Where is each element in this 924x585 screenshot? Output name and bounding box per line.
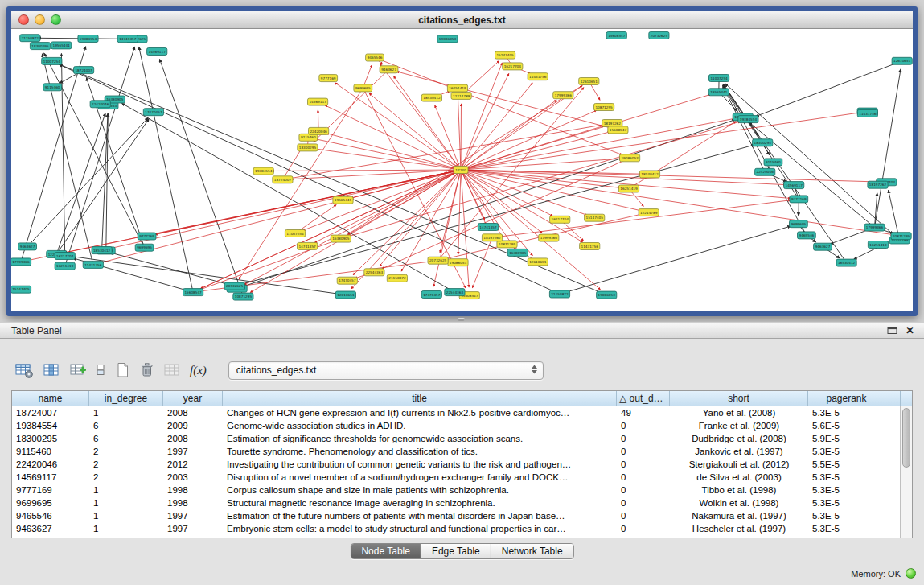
graph-edge[interactable] (875, 69, 901, 228)
graph-node[interactable]: 11431756 (857, 109, 877, 117)
graph-edge[interactable] (461, 113, 860, 170)
graph-node[interactable]: 11007254 (42, 57, 62, 64)
graph-node[interactable]: 17999366 (11, 258, 31, 266)
graph-edge[interactable] (295, 204, 336, 233)
graph-edge[interactable] (44, 53, 145, 248)
graph-node[interactable]: 11431756 (83, 261, 103, 268)
graph-node[interactable]: 10871295 (594, 104, 614, 111)
graph-node[interactable]: 15147405 (11, 286, 31, 293)
scrollbar-thumb[interactable] (902, 408, 910, 468)
column-header-in_degree[interactable]: in_degree (89, 391, 163, 406)
tab-edge-table[interactable]: Edge Table (421, 544, 491, 558)
graph-node[interactable]: 11007254 (285, 230, 305, 237)
table-row[interactable]: 1872400712008Changes of HCN gene express… (12, 406, 901, 419)
graph-node[interactable]: 21150872 (387, 274, 407, 282)
table-row[interactable]: 946362711997Embryonic stem cells: a mode… (12, 522, 901, 535)
graph-node[interactable]: 19565441 (333, 196, 353, 204)
select-columns-icon[interactable] (43, 360, 60, 380)
table-row[interactable]: 969969511998Structural magnetic resonanc… (12, 496, 901, 509)
graph-node[interactable]: 16251419 (868, 241, 888, 249)
table-row[interactable]: 911546021997Tourette syndrome. Phenomeno… (12, 445, 901, 458)
graph-node[interactable]: 12610651 (579, 78, 599, 85)
column-header-short[interactable]: short (670, 391, 808, 406)
graph-node[interactable]: 12214789 (451, 92, 471, 99)
close-window-icon[interactable] (18, 14, 29, 25)
graph-node[interactable]: 16217704 (55, 253, 75, 260)
graph-edge[interactable] (756, 61, 902, 117)
graph-node[interactable]: 15147405 (585, 214, 605, 221)
graph-node[interactable]: 9463627 (814, 243, 832, 250)
graph-node[interactable]: 11431756 (528, 73, 548, 80)
graph-edge[interactable] (560, 226, 791, 295)
graph-node[interactable]: 17999366 (539, 234, 559, 241)
graph-node[interactable]: 9115460 (764, 159, 782, 166)
graph-edge[interactable] (461, 94, 711, 170)
delete-table-disabled-icon[interactable] (163, 360, 181, 380)
graph-node[interactable]: 18300295 (30, 43, 50, 50)
function-builder-icon[interactable]: f(x) (190, 360, 207, 380)
graph-node[interactable]: 20732625 (649, 32, 669, 39)
zoom-window-icon[interactable] (51, 14, 61, 25)
graph-edge[interactable] (724, 84, 847, 262)
graph-node[interactable]: 11007254 (709, 75, 729, 82)
graph-node[interactable]: 18530412 (92, 247, 112, 254)
column-header-out_degree[interactable]: △ out_degree (617, 391, 670, 406)
graph-node[interactable]: 15608547 (606, 32, 626, 39)
graph-node[interactable]: 18724007 (273, 176, 293, 183)
table-row[interactable]: 1938455462009Genome-wide association stu… (12, 419, 901, 432)
graph-node[interactable]: 11431756 (580, 243, 600, 250)
graph-edge[interactable] (725, 84, 900, 241)
graph-node[interactable]: 22420046 (90, 101, 110, 108)
graph-node[interactable]: 10871295 (497, 241, 517, 248)
graph-node[interactable]: 16217704 (550, 216, 570, 223)
graph-node[interactable]: 10871295 (233, 293, 253, 300)
graph-edge[interactable] (461, 170, 641, 211)
table-row[interactable]: 1830029562008Estimation of significance … (12, 432, 901, 445)
graph-node[interactable]: 16380905 (507, 249, 528, 256)
graph-edge[interactable] (629, 122, 736, 189)
graph-node[interactable]: 14741357 (298, 242, 318, 249)
table-options-icon[interactable] (14, 360, 34, 380)
graph-node[interactable]: 15147405 (495, 51, 515, 59)
tab-node-table[interactable]: Node Table (351, 544, 421, 558)
graph-node[interactable]: 17470457 (143, 109, 163, 116)
graph-node[interactable]: 18197262 (868, 181, 888, 188)
network-canvas[interactable]: 1724018530412162514191221478915147405162… (11, 29, 913, 311)
graph-node[interactable]: 20732625 (428, 257, 448, 264)
graph-node[interactable]: 12610651 (892, 57, 912, 64)
graph-node[interactable]: 16251419 (447, 84, 467, 92)
graph-node[interactable]: 18530412 (421, 94, 441, 101)
graph-node[interactable]: 12610651 (335, 291, 355, 299)
graph-node[interactable]: 16251419 (55, 262, 75, 270)
graph-node[interactable]: 14569117 (147, 48, 167, 56)
graph-edge[interactable] (461, 132, 610, 170)
tab-network-table[interactable]: Network Table (491, 544, 573, 558)
graph-node[interactable]: 19086053 (597, 291, 617, 299)
graph-node[interactable]: 9465546 (366, 54, 384, 61)
graph-node[interactable]: 21150872 (20, 35, 40, 42)
table-row[interactable]: 977716911998Corpus callosum shape and si… (12, 484, 901, 496)
new-document-icon[interactable] (115, 360, 130, 380)
graph-node[interactable]: 14569117 (784, 182, 804, 189)
graph-node[interactable]: 20732625 (224, 282, 244, 290)
graph-node[interactable]: 17470457 (421, 291, 441, 299)
graph-edge[interactable] (380, 64, 461, 170)
graph-node[interactable]: 16251419 (618, 185, 639, 192)
column-header-name[interactable]: name (12, 391, 89, 406)
graph-node[interactable]: 19086053 (437, 35, 458, 43)
graph-edge[interactable] (875, 193, 877, 228)
graph-node[interactable]: 17999366 (553, 92, 573, 99)
graph-node[interactable]: 18300295 (753, 139, 773, 146)
graph-node[interactable]: 14741357 (117, 35, 138, 43)
row-tools-icon[interactable] (96, 360, 106, 380)
graph-node[interactable]: 18197262 (482, 234, 502, 241)
graph-node[interactable]: 22544363 (364, 269, 384, 276)
graph-edge[interactable] (461, 170, 878, 182)
graph-edge[interactable] (61, 53, 64, 256)
graph-node[interactable]: 22544363 (445, 289, 465, 296)
graph-node[interactable]: 18724007 (74, 67, 94, 74)
table-row[interactable]: 1456911722003Disruption of a novel membe… (12, 471, 901, 484)
graph-node[interactable]: 19086053 (620, 154, 640, 162)
graph-node[interactable]: 9463627 (380, 66, 398, 73)
graph-node[interactable]: 9465546 (798, 232, 816, 239)
